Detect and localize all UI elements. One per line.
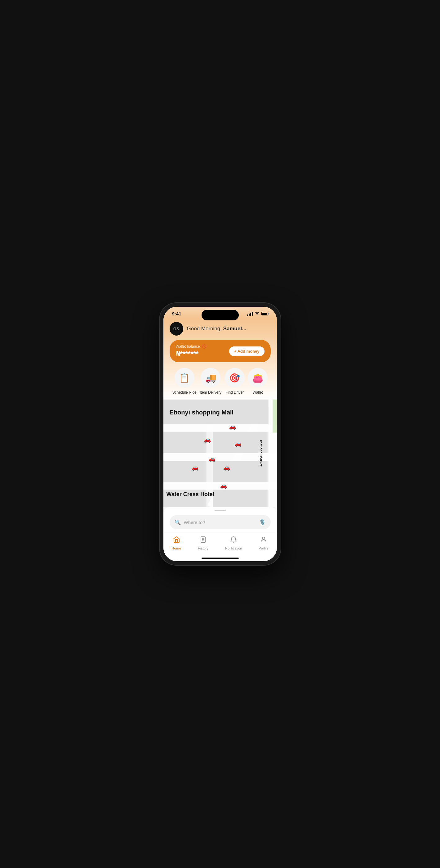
wallet-amount: ₦******* — [176, 350, 206, 358]
status-time: 9:41 — [172, 311, 181, 316]
svg-rect-12 — [213, 461, 267, 482]
wallet-card: Wallet balance 🚫 ₦******* + Add money — [170, 340, 271, 362]
car-icon-2: 🚗 — [204, 436, 211, 443]
notification-label: Notification — [225, 547, 242, 550]
car-icon-7: 🚗 — [220, 482, 227, 489]
schedule-ride-icon-wrap: 📋 — [175, 368, 195, 388]
car-icon-3: 🚗 — [235, 440, 242, 447]
notification-icon — [230, 536, 237, 545]
wallet-icon-wrap: 👛 — [248, 368, 268, 388]
status-icons — [247, 311, 268, 316]
svg-rect-1 — [163, 424, 277, 432]
history-label: History — [198, 547, 208, 550]
avatar: OS — [170, 322, 183, 336]
battery-icon — [261, 312, 268, 315]
profile-label: Profile — [259, 547, 268, 550]
phone-screen: 9:41 OS G — [163, 307, 277, 561]
home-indicator — [202, 558, 239, 559]
greeting-row: OS Good Morning, Samuel... — [170, 322, 271, 336]
svg-rect-11 — [163, 461, 206, 482]
search-placeholder: Where to? — [184, 520, 256, 525]
search-bar[interactable]: 🔍 Where to? 🎙️ — [170, 515, 271, 529]
home-label: Home — [171, 547, 181, 550]
item-delivery-label: Item Delivery — [200, 390, 222, 395]
nav-home[interactable]: Home — [171, 536, 181, 550]
car-icon-1: 🚗 — [229, 423, 236, 430]
car-icon-4: 🚗 — [209, 456, 215, 462]
signal-icon — [247, 312, 253, 316]
add-money-button[interactable]: + Add money — [229, 346, 265, 356]
action-find-driver[interactable]: 🎯 Find Driver — [225, 368, 245, 395]
schedule-ride-label: Schedule Ride — [172, 390, 197, 395]
item-delivery-icon-wrap: 🚚 — [201, 368, 221, 388]
map-bottom-label: Water Cress Hotel — [167, 491, 214, 498]
history-icon — [199, 536, 207, 545]
wallet-label: Wallet balance 🚫 — [176, 344, 206, 349]
bottom-sheet: 🔍 Where to? 🎙️ — [163, 507, 277, 533]
nav-history[interactable]: History — [198, 536, 208, 550]
profile-icon — [260, 536, 267, 545]
phone-frame: 9:41 OS G — [160, 303, 281, 565]
home-icon — [173, 536, 180, 545]
car-icon-6: 🚗 — [223, 464, 230, 471]
map-main-label: Ebonyi shopping Mall — [170, 409, 234, 416]
header-area: OS Good Morning, Samuel... Wallet balanc… — [163, 319, 277, 400]
find-driver-icon-wrap: 🎯 — [225, 368, 245, 388]
find-driver-label: Find Driver — [226, 390, 244, 395]
dynamic-island — [202, 310, 239, 320]
wallet-left: Wallet balance 🚫 ₦******* — [176, 344, 206, 358]
map-side-label: rnational Market — [259, 440, 263, 467]
nav-profile[interactable]: Profile — [259, 536, 268, 550]
wallet-label-nav: Wallet — [253, 390, 263, 395]
action-wallet[interactable]: 👛 Wallet — [248, 368, 268, 395]
action-schedule-ride[interactable]: 📋 Schedule Ride — [172, 368, 197, 395]
map-area: Ebonyi shopping Mall rnational Market Wa… — [163, 400, 277, 507]
car-icon-5: 🚗 — [192, 464, 198, 471]
svg-point-16 — [262, 537, 265, 539]
wifi-icon — [255, 311, 260, 316]
mic-icon[interactable]: 🎙️ — [259, 519, 266, 526]
bottom-nav: Home History Notificatio — [163, 533, 277, 556]
drag-handle — [214, 510, 226, 511]
eye-icon: 🚫 — [202, 344, 206, 349]
action-item-delivery[interactable]: 🚚 Item Delivery — [200, 368, 222, 395]
quick-actions: 📋 Schedule Ride 🚚 Item Delivery 🎯 Find D… — [170, 368, 271, 395]
svg-rect-14 — [213, 490, 267, 507]
user-name: Samuel... — [223, 326, 246, 332]
svg-rect-7 — [273, 400, 277, 432]
greeting-text: Good Morning, Samuel... — [187, 326, 246, 332]
nav-notification[interactable]: Notification — [225, 536, 242, 550]
svg-rect-9 — [163, 432, 206, 453]
greeting-prefix: Good Morning, — [187, 326, 223, 332]
search-icon: 🔍 — [175, 519, 181, 525]
